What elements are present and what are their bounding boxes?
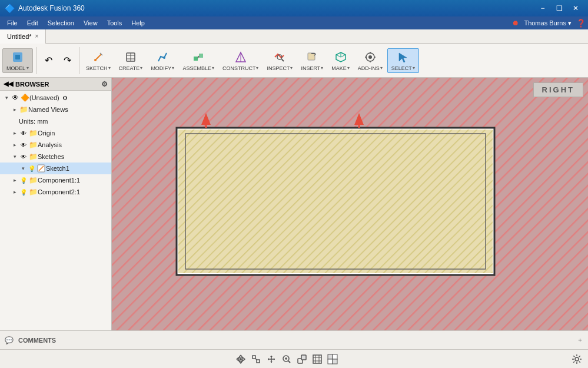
svg-rect-7 [199,54,203,58]
comments-add-icon[interactable]: ＋ [577,336,583,344]
modify-icon [155,50,170,64]
browser-collapse-icon[interactable]: ◀◀ [4,80,13,88]
insert-button[interactable]: INSERT ▾ [297,49,327,72]
make-button[interactable]: MAKE ▾ [328,49,353,72]
model-mode-button[interactable]: MODEL ▾ [2,48,33,73]
menu-help[interactable]: Help [127,18,150,28]
model-arrow: ▾ [26,65,29,71]
tree-units[interactable]: Units: mm [0,115,111,127]
inspect-label: INSPECT [267,65,290,71]
menu-selection[interactable]: Selection [43,18,79,28]
sketches-eye-icon[interactable]: 👁 [19,152,28,161]
addins-button[interactable]: ADD-INS ▾ [354,49,386,72]
create-icon [124,50,138,64]
browser-header: ◀◀ BROWSER ⚙ [0,78,111,91]
main-area: ◀◀ BROWSER ⚙ ▾ 👁 🔶 (Unsaved) ⚙ ▸ 📁 Named… [0,78,588,330]
sketches-folder-icon: 📁 [28,152,38,161]
bottom-view-cube-button[interactable] [295,353,308,366]
create-button[interactable]: CREATE ▾ [115,49,147,72]
help-icon[interactable]: ❓ [576,19,586,28]
svg-line-8 [198,56,199,58]
title-bar-left: 🔷 Autodesk Fusion 360 [5,4,85,13]
tree-root[interactable]: ▾ 👁 🔶 (Unsaved) ⚙ [0,92,111,104]
tab-close-button[interactable]: × [35,33,39,39]
analysis-expand-icon[interactable]: ▸ [11,142,19,148]
viewport[interactable]: RIGHT [112,78,588,330]
svg-point-34 [240,358,242,360]
origin-expand-icon[interactable]: ▸ [11,130,19,136]
browser-panel: ◀◀ BROWSER ⚙ ▾ 👁 🔶 (Unsaved) ⚙ ▸ 📁 Named… [0,78,112,330]
sketches-expand-icon[interactable]: ▾ [11,154,19,160]
comments-bar: 💬 COMMENTS ＋ [0,330,588,349]
bottom-orbit-button[interactable] [234,353,247,366]
tree-origin[interactable]: ▸ 👁 📁 Origin [0,127,111,139]
browser-tree: ▾ 👁 🔶 (Unsaved) ⚙ ▸ 📁 Named Views Units:… [0,91,111,330]
minimize-button[interactable]: − [535,2,550,14]
bottom-fit-button[interactable] [250,353,263,366]
tree-analysis[interactable]: ▸ 👁 📁 Analysis [0,139,111,151]
tree-component1[interactable]: ▸ 💡 📁 Component1:1 [0,174,111,186]
redo-button[interactable]: ↷ [58,52,76,69]
sketch1-label: Sketch1 [46,165,69,172]
sketch-label: SKETCH [86,65,108,71]
make-label: MAKE [331,65,347,71]
tree-sketch1[interactable]: ▾ 💡 Sketch1 [0,163,111,174]
tree-component2[interactable]: ▸ 💡 📁 Component2:1 [0,186,111,198]
origin-eye-icon[interactable]: 👁 [19,128,28,138]
construct-button[interactable]: CONSTRUCT ▾ [219,49,263,72]
root-eye-icon[interactable]: 👁 [11,93,20,102]
sketch1-expand-icon[interactable]: ▾ [19,165,27,171]
display-settings-button[interactable] [570,353,583,366]
analysis-folder-icon: 📁 [28,140,38,150]
menu-file[interactable]: File [2,18,22,28]
root-expand-icon[interactable]: ▾ [2,95,11,101]
component2-folder-icon: 📁 [28,187,38,197]
tab-untitled[interactable]: Untitled* × [0,29,46,44]
sketches-label: Sketches [38,153,64,160]
model-label: MODEL [6,65,25,71]
toolbar-group-insert: INSERT ▾ [297,49,327,72]
bottom-display-button[interactable] [326,353,339,366]
menu-tools[interactable]: Tools [102,18,127,28]
create-arrow: ▾ [140,65,142,71]
inspect-arrow: ▾ [290,65,293,71]
select-arrow: ▾ [413,65,415,71]
inspect-icon [273,50,287,64]
select-button[interactable]: SELECT ▾ [387,48,419,73]
component1-expand-icon[interactable]: ▸ [11,177,19,183]
menu-edit[interactable]: Edit [22,18,43,28]
analysis-eye-icon[interactable]: 👁 [19,140,28,150]
bottom-grid-button[interactable] [311,353,324,366]
insert-arrow: ▾ [321,65,323,71]
component2-eye-icon[interactable]: 💡 [19,187,28,197]
sketch1-eye-icon[interactable]: 💡 [27,164,36,173]
toolbar-group-sketch: SKETCH ▾ [82,49,114,72]
assemble-button[interactable]: ASSEMBLE ▾ [179,49,218,72]
title-bar-controls: − ❑ ✕ [535,2,583,14]
tree-named-views[interactable]: ▸ 📁 Named Views [0,104,111,115]
root-settings-icon[interactable]: ⚙ [61,93,70,102]
origin-folder-icon: 📁 [28,128,38,138]
svg-rect-35 [253,356,255,359]
browser-settings-icon[interactable]: ⚙ [101,80,108,88]
inspect-button[interactable]: INSPECT ▾ [263,49,296,72]
component1-eye-icon[interactable]: 💡 [19,175,28,185]
named-views-label: Named Views [28,106,68,113]
bottom-pan-button[interactable] [265,353,278,366]
svg-rect-28 [178,130,493,273]
title-bar: 🔷 Autodesk Fusion 360 − ❑ ✕ [0,0,588,16]
close-button[interactable]: ✕ [568,2,583,14]
toolbar-group-make: MAKE ▾ [328,49,353,72]
component2-expand-icon[interactable]: ▸ [11,189,19,195]
view-label[interactable]: RIGHT [533,82,583,97]
undo-button[interactable]: ↶ [39,52,57,69]
sketch-button[interactable]: SKETCH ▾ [82,49,114,72]
named-views-expand-icon[interactable]: ▸ [11,107,19,112]
root-folder-icon: 🔶 [20,93,29,102]
modify-button[interactable]: MODIFY ▾ [147,49,178,72]
tree-sketches[interactable]: ▾ 👁 📁 Sketches [0,151,111,163]
restore-button[interactable]: ❑ [552,2,567,14]
bottom-zoom-button[interactable] [280,353,293,366]
menu-view[interactable]: View [79,18,102,28]
comments-icon: 💬 [5,336,14,344]
